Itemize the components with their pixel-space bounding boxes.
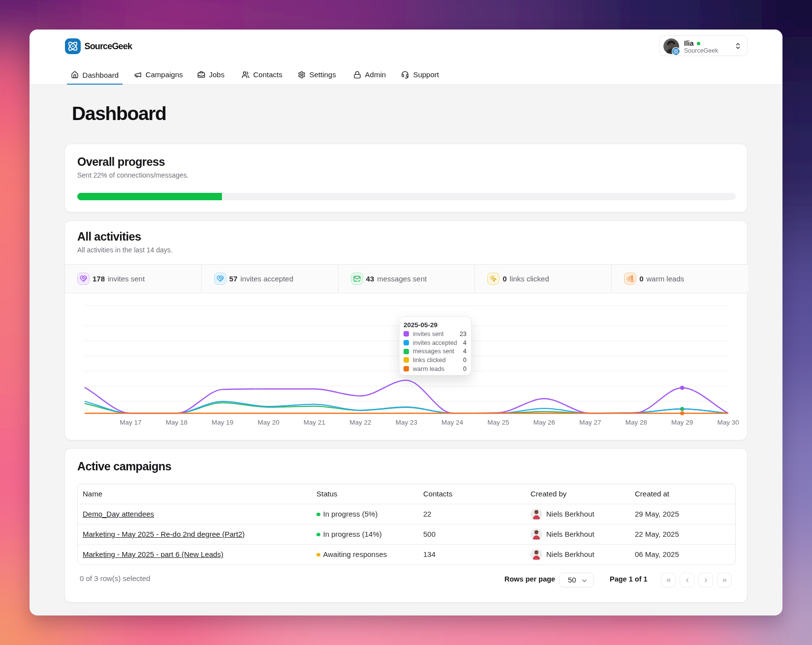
svg-text:May 17: May 17	[120, 419, 141, 426]
svg-text:May 26: May 26	[533, 419, 555, 426]
svg-text:May 18: May 18	[166, 419, 187, 426]
svg-text:May 21: May 21	[304, 419, 325, 426]
svg-text:May 28: May 28	[625, 419, 647, 426]
svg-text:May 20: May 20	[257, 419, 279, 426]
svg-text:May 22: May 22	[349, 419, 371, 426]
svg-text:May 19: May 19	[212, 419, 233, 426]
svg-text:May 27: May 27	[579, 419, 601, 426]
svg-text:May 23: May 23	[396, 419, 417, 426]
svg-text:May 29: May 29	[671, 419, 693, 426]
svg-text:May 24: May 24	[441, 419, 464, 426]
svg-text:May 25: May 25	[487, 419, 509, 426]
svg-text:May 30: May 30	[717, 419, 739, 426]
